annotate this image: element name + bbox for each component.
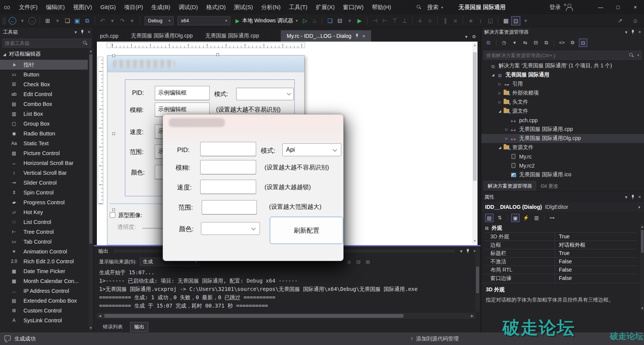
toolbox-search-input[interactable] bbox=[3, 40, 82, 46]
toggle-guides-icon[interactable]: ⊡ bbox=[511, 16, 520, 25]
properties-object-dropdown[interactable]: IDD__DIALOG (Dialog) IDlgEditor ▾ bbox=[481, 202, 644, 212]
open-file-icon[interactable]: ❏ bbox=[63, 16, 72, 25]
window-position-dropdown-icon[interactable]: ▾ bbox=[75, 30, 77, 35]
align-bottoms-icon[interactable]: ⊥ bbox=[400, 16, 409, 25]
property-value[interactable]: True bbox=[555, 249, 637, 257]
view-code-icon[interactable]: <> bbox=[558, 39, 566, 47]
toolbox-item[interactable]: 2.0Rich Edit 2.0 Control bbox=[0, 256, 88, 266]
messages-icon[interactable]: ▥ bbox=[532, 214, 541, 222]
property-row[interactable]: 边框对话框外框 bbox=[485, 241, 637, 249]
toolbox-item[interactable]: ∷List Control bbox=[0, 217, 88, 227]
toolbox-item[interactable]: ◉Radio Button bbox=[0, 129, 88, 138]
toolbox-item[interactable]: ▤Extended Combo Box bbox=[0, 296, 88, 306]
property-value[interactable]: False bbox=[555, 258, 637, 266]
designer-color-label[interactable]: 颜色: bbox=[131, 169, 145, 177]
scroll-down-icon[interactable]: ▼ bbox=[472, 239, 478, 243]
toolbox-item[interactable]: ⊢Tree Control bbox=[0, 227, 88, 237]
chevron-collapsed-icon[interactable]: ▷ bbox=[497, 91, 502, 95]
tab-active-document[interactable]: My.rc - IDD_...LOG - Dialog× bbox=[281, 30, 372, 42]
space-across-icon[interactable]: ∥ bbox=[441, 16, 450, 25]
resize-handle[interactable] bbox=[112, 208, 115, 211]
menu-item[interactable]: 编辑(E) bbox=[42, 0, 69, 14]
toolbox-item[interactable]: ▢Group Box bbox=[0, 119, 88, 129]
align-lefts-icon[interactable]: ⊣ bbox=[370, 16, 380, 25]
scroll-down-icon[interactable]: ▼ bbox=[640, 306, 644, 310]
space-down-icon[interactable]: ≡ bbox=[451, 16, 460, 25]
pin-icon[interactable] bbox=[81, 30, 84, 34]
start-debugging-button[interactable]: ▶ 本地 Windows 调试器 ▾ bbox=[235, 17, 297, 24]
menu-item[interactable]: 调试(D) bbox=[174, 0, 202, 14]
sync-with-active-document-icon[interactable]: ⇆ bbox=[521, 39, 529, 47]
scroll-up-icon[interactable]: ▲ bbox=[640, 225, 644, 228]
toolbox-item[interactable]: ▭Button bbox=[0, 70, 88, 79]
save-icon[interactable]: ▣ bbox=[73, 16, 82, 25]
tab-document[interactable]: 无畏国服 国际通用.cpp bbox=[199, 30, 265, 42]
switch-views-icon[interactable]: ⧉ bbox=[484, 39, 493, 47]
toggle-grid-icon[interactable]: ▦ bbox=[501, 16, 510, 25]
document-list-dropdown-icon[interactable]: ▾ bbox=[465, 34, 467, 39]
toolbox-item[interactable]: ▦Date Time Picker bbox=[0, 266, 88, 276]
menu-item[interactable]: 分析(N) bbox=[257, 0, 285, 14]
chevron-expanded-icon[interactable]: ◢ bbox=[490, 73, 496, 77]
toolbox-item[interactable]: ▭Tab Control bbox=[0, 237, 88, 247]
tree-item[interactable]: ▷++无畏国服 国际通用Dlg.cpp bbox=[481, 134, 644, 143]
range-input[interactable] bbox=[202, 200, 257, 214]
designer-speed-label[interactable]: 速度: bbox=[130, 128, 143, 136]
property-row[interactable]: 布局 RTLFalse bbox=[485, 266, 637, 274]
tree-item[interactable]: ◢⊞无畏国服 国际通用 bbox=[481, 70, 644, 79]
toolbar-grip[interactable] bbox=[2, 17, 6, 25]
key-icon[interactable]: ⊶ bbox=[548, 214, 556, 222]
window-dropdown-icon[interactable]: ▾ bbox=[345, 16, 354, 25]
new-project-dropdown-icon[interactable]: ▾ bbox=[53, 16, 62, 25]
tree-item[interactable]: ◢▾资源文件 bbox=[481, 143, 644, 152]
tab-document[interactable]: pch.cpp bbox=[94, 30, 125, 42]
navigate-forward-icon[interactable]: → bbox=[28, 17, 36, 25]
designer-scrollbar[interactable]: ▲ ▼ bbox=[472, 42, 478, 244]
output-vertical-scrollbar[interactable] bbox=[475, 248, 480, 311]
center-vertical-icon[interactable]: ⊹ bbox=[425, 16, 434, 25]
menu-item[interactable]: 帮助(H) bbox=[368, 0, 395, 14]
editor-options-gear-icon[interactable]: ⚙ bbox=[472, 34, 476, 39]
designer-prototype-label[interactable]: 原型图像: bbox=[118, 212, 142, 219]
navigate-backward-icon[interactable]: ← bbox=[9, 17, 16, 25]
tree-item[interactable]: ▷⊶引用 bbox=[481, 79, 644, 89]
size-to-content-icon[interactable]: ↕ bbox=[476, 16, 485, 25]
clear-all-icon[interactable]: ⊘ bbox=[347, 259, 351, 265]
property-row[interactable]: 标题栏True bbox=[485, 249, 637, 257]
toolbox-group-dialog-editor[interactable]: ◢ 对话框编辑器 bbox=[0, 49, 93, 59]
close-button[interactable]: × bbox=[627, 0, 644, 14]
run-dropdown-icon[interactable]: ▾ bbox=[296, 19, 298, 23]
toolbox-item[interactable]: …IP Address Control bbox=[0, 286, 88, 296]
chevron-expanded-icon[interactable]: ◢ bbox=[497, 146, 502, 149]
property-value[interactable]: 对话框外框 bbox=[555, 241, 637, 249]
maximize-button[interactable]: □ bbox=[609, 0, 627, 14]
undo-dropdown-icon[interactable]: ▾ bbox=[108, 16, 117, 25]
toolbox-item[interactable]: ▧Picture Control bbox=[0, 148, 88, 158]
toolbox-item[interactable]: ➤指针 bbox=[0, 60, 88, 70]
configuration-dropdown[interactable]: Debug▾ bbox=[145, 16, 174, 25]
running-app-dialog[interactable]: PID: 模式: Api 模糊: (设置越大越不容易识别) 速度: (设置越大越… bbox=[163, 114, 344, 261]
chevron-collapsed-icon[interactable]: ▷ bbox=[504, 137, 509, 140]
undo-icon[interactable]: ↶ bbox=[98, 16, 107, 25]
start-without-debugging-icon[interactable]: ▷ bbox=[303, 17, 308, 24]
tree-item[interactable]: ++pch.cpp bbox=[481, 116, 644, 125]
toolbox-item[interactable]: AaStatic Text bbox=[0, 138, 88, 148]
speed-input[interactable] bbox=[200, 180, 256, 194]
property-pages-icon[interactable]: ▣ bbox=[511, 214, 520, 222]
menu-item[interactable]: 文件(F) bbox=[15, 0, 42, 14]
designer-mode-label[interactable]: 模式: bbox=[214, 90, 228, 98]
send-feedback-icon[interactable]: ☺ bbox=[631, 16, 640, 25]
redo-icon[interactable]: ↷ bbox=[118, 16, 127, 25]
toolbox-item[interactable]: ▦Month Calendar Con... bbox=[0, 276, 88, 286]
menu-item[interactable]: 生成(B) bbox=[147, 0, 174, 14]
output-horizontal-scrollbar[interactable]: ◀ ▶ bbox=[97, 313, 475, 319]
profiler-flame-icon[interactable]: ♨ bbox=[310, 16, 319, 25]
close-panel-icon[interactable]: × bbox=[88, 30, 90, 35]
window-position-dropdown-icon[interactable]: ▾ bbox=[460, 249, 462, 254]
designer-mode-combobox[interactable] bbox=[236, 88, 294, 100]
collapse-category-icon[interactable]: ⊟ bbox=[485, 226, 488, 231]
designer-opacity-label[interactable]: 透明度: bbox=[117, 224, 136, 231]
minimize-button[interactable]: — bbox=[592, 0, 609, 14]
color-combobox[interactable] bbox=[201, 222, 260, 235]
resize-handle[interactable] bbox=[112, 54, 115, 57]
